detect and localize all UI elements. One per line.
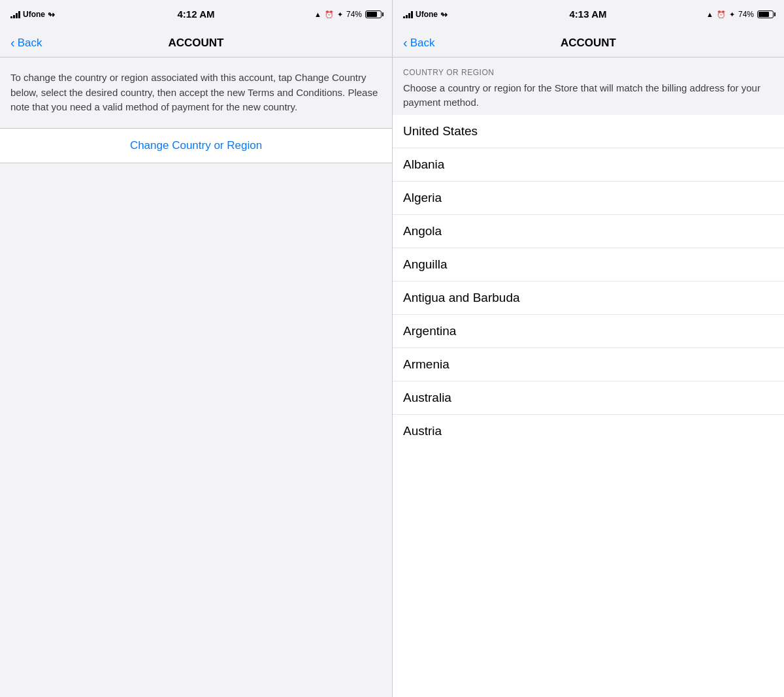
left-status-left: Ufone ↬ <box>10 10 55 20</box>
right-back-chevron-icon: ‹ <box>403 35 408 50</box>
left-status-bar: Ufone ↬ 4:12 AM ▲ ⏰ ✦ 74% <box>0 0 392 29</box>
info-section: To change the country or region associat… <box>0 57 392 128</box>
left-carrier: Ufone <box>23 10 45 19</box>
section-header-title: COUNTRY OR REGION <box>403 68 774 77</box>
left-back-label: Back <box>18 37 42 50</box>
left-status-right: ▲ ⏰ ✦ 74% <box>314 10 382 19</box>
signal-bars-icon <box>10 10 20 18</box>
section-header: COUNTRY OR REGION Choose a country or re… <box>393 57 784 115</box>
right-panel: Ufone ↬ 4:13 AM ▲ ⏰ ✦ 74% ‹ Back ACCOUNT… <box>392 0 784 697</box>
change-button-section: Change Country or Region <box>0 128 392 163</box>
right-battery-fill <box>759 12 769 17</box>
bluetooth-icon: ✦ <box>337 10 343 19</box>
left-nav-title: ACCOUNT <box>169 37 224 50</box>
country-list-item[interactable]: United States <box>393 115 784 148</box>
right-bluetooth-icon: ✦ <box>729 10 735 19</box>
wifi-icon: ↬ <box>48 10 55 20</box>
right-content: COUNTRY OR REGION Choose a country or re… <box>393 57 784 697</box>
left-empty-area <box>0 163 392 698</box>
right-back-label: Back <box>410 37 435 50</box>
left-content: To change the country or region associat… <box>0 57 392 697</box>
country-list-item[interactable]: Anguilla <box>393 248 784 282</box>
right-alarm-icon: ⏰ <box>717 10 726 19</box>
right-status-right: ▲ ⏰ ✦ 74% <box>706 10 774 19</box>
location-icon: ▲ <box>314 10 321 18</box>
country-list-item[interactable]: Algeria <box>393 182 784 215</box>
left-back-button[interactable]: ‹ Back <box>10 36 42 50</box>
country-list-item[interactable]: Australia <box>393 381 784 415</box>
right-carrier: Ufone <box>416 10 438 19</box>
country-list-item[interactable]: Albania <box>393 148 784 182</box>
battery-fill <box>367 12 377 17</box>
change-country-button[interactable]: Change Country or Region <box>130 139 262 152</box>
country-list: United StatesAlbaniaAlgeriaAngolaAnguill… <box>393 115 784 698</box>
country-list-item[interactable]: Austria <box>393 415 784 447</box>
right-time: 4:13 AM <box>570 8 607 20</box>
right-status-left: Ufone ↬ <box>403 10 448 20</box>
country-list-item[interactable]: Argentina <box>393 315 784 348</box>
alarm-icon: ⏰ <box>325 10 334 19</box>
left-time: 4:12 AM <box>178 8 215 20</box>
right-nav-title: ACCOUNT <box>561 37 616 50</box>
left-nav-bar: ‹ Back ACCOUNT <box>0 29 392 57</box>
right-signal-bars-icon <box>403 10 413 18</box>
section-header-desc: Choose a country or region for the Store… <box>403 81 774 110</box>
right-wifi-icon: ↬ <box>440 10 448 20</box>
right-status-bar: Ufone ↬ 4:13 AM ▲ ⏰ ✦ 74% <box>393 0 784 29</box>
right-nav-bar: ‹ Back ACCOUNT <box>393 29 784 57</box>
right-back-button[interactable]: ‹ Back <box>403 36 434 50</box>
back-chevron-icon: ‹ <box>10 35 15 50</box>
country-list-item[interactable]: Antigua and Barbuda <box>393 282 784 315</box>
right-battery-percent: 74% <box>738 10 754 19</box>
left-battery-icon <box>365 10 382 18</box>
left-panel: Ufone ↬ 4:12 AM ▲ ⏰ ✦ 74% ‹ Back ACCOUNT… <box>0 0 392 697</box>
left-battery-percent: 74% <box>346 10 362 19</box>
country-list-item[interactable]: Armenia <box>393 348 784 381</box>
country-list-item[interactable]: Angola <box>393 215 784 248</box>
info-text: To change the country or region associat… <box>10 71 382 115</box>
right-location-icon: ▲ <box>706 10 713 18</box>
right-battery-icon <box>757 10 774 18</box>
